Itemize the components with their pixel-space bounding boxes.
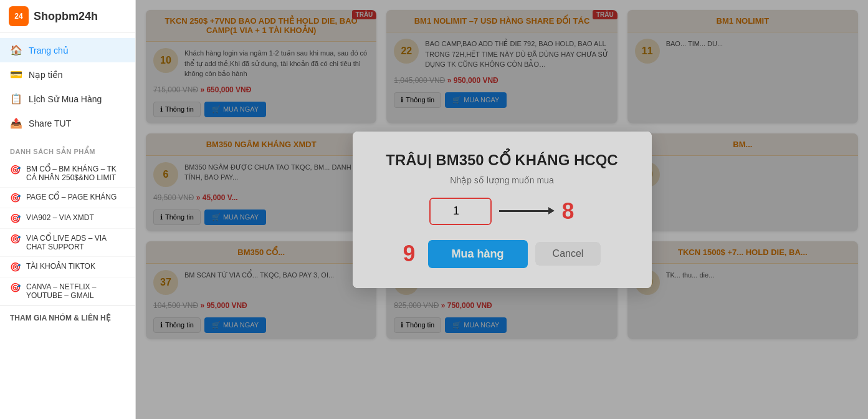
- fb-icon-2: 🎯: [10, 193, 21, 203]
- history-icon: 📋: [10, 93, 22, 105]
- fb-icon-5: 🎯: [10, 262, 21, 272]
- fb-icon-6: 🎯: [10, 282, 21, 292]
- sidebar-product-label: BM CỔ – BM KHÁNG – TK CÁ NHÂN 250$&NO LI…: [26, 165, 128, 182]
- sidebar-nav: 🏠 Trang chủ 💳 Nạp tiền 📋 Lịch Sử Mua Hàn…: [0, 33, 135, 140]
- main-content: TKCN 250$ +7VND BAO ADD THẺ HOLD DIE, BA…: [136, 0, 868, 419]
- fb-icon-4: 🎯: [10, 234, 21, 244]
- modal-arrow-number: 8: [561, 198, 574, 224]
- sidebar-product-via-co-live[interactable]: 🎯 VIA CỔ LIVE ADS – VIA CHAT SUPPORT: [0, 229, 135, 257]
- modal-overlay: TRÂU| BM350 CỔ KHÁNG HCQC Nhập số lượng …: [136, 0, 868, 419]
- home-icon: 🏠: [10, 44, 22, 56]
- fb-icon: 🎯: [10, 165, 21, 175]
- sidebar-item-label: Share TUT: [29, 118, 71, 128]
- products-section-title: DANH SÁCH SẢN PHẨM: [0, 140, 135, 160]
- sidebar-product-via902[interactable]: 🎯 VIA902 – VIA XMDT: [0, 208, 135, 229]
- sidebar: 24 Shopbm24h 🏠 Trang chủ 💳 Nạp tiền 📋 Lị…: [0, 0, 136, 419]
- logo-icon: 24: [9, 6, 29, 26]
- sidebar-product-label: VIA CỔ LIVE ADS – VIA CHAT SUPPORT: [26, 234, 128, 251]
- cancel-button[interactable]: Cancel: [535, 242, 601, 266]
- logo: 24 Shopbm24h: [0, 0, 135, 33]
- sidebar-product-canva[interactable]: 🎯 CANVA – NETFLIX – YOUTUBE – GMAIL: [0, 277, 135, 306]
- sidebar-item-label: Nạp tiền: [29, 70, 63, 80]
- sidebar-product-tiktok[interactable]: 🎯 TÀI KHOẢN TIKTOK: [0, 257, 135, 277]
- fb-icon-3: 🎯: [10, 213, 21, 223]
- modal-subtitle: Nhập số lượng muốn mua: [378, 175, 627, 185]
- sidebar-item-trang-chu[interactable]: 🏠 Trang chủ: [0, 38, 135, 62]
- modal-title: TRÂU| BM350 CỔ KHÁNG HCQC: [378, 152, 627, 169]
- sidebar-product-label: TÀI KHOẢN TIKTOK: [26, 262, 95, 271]
- sidebar-product-label: VIA902 – VIA XMDT: [26, 213, 94, 222]
- sidebar-product-page-co[interactable]: 🎯 PAGE CỔ – PAGE KHÁNG: [0, 188, 135, 208]
- modal-btn-row: 9 Mua hàng Cancel: [378, 240, 627, 268]
- sidebar-item-label: Trang chủ: [29, 46, 69, 55]
- modal-input-row: 8: [378, 198, 627, 225]
- sidebar-item-lich-su[interactable]: 📋 Lịch Sử Mua Hàng: [0, 87, 135, 111]
- share-icon: 📤: [10, 117, 22, 129]
- logo-text: Shopbm24h: [34, 10, 98, 23]
- sidebar-product-bm-co[interactable]: 🎯 BM CỔ – BM KHÁNG – TK CÁ NHÂN 250$&NO …: [0, 160, 135, 188]
- modal-box: TRÂU| BM350 CỔ KHÁNG HCQC Nhập số lượng …: [353, 132, 652, 288]
- sidebar-item-nap-tien[interactable]: 💳 Nạp tiền: [0, 62, 135, 87]
- sidebar-footer: THAM GIA NHÓM & LIÊN HỆ: [0, 306, 135, 330]
- sidebar-item-label: Lịch Sử Mua Hàng: [29, 94, 102, 104]
- quantity-input[interactable]: [429, 198, 492, 225]
- modal-arrow: [499, 210, 549, 212]
- modal-num-label: 9: [403, 241, 416, 267]
- sidebar-product-label: PAGE CỔ – PAGE KHÁNG: [26, 193, 117, 201]
- money-icon: 💳: [10, 69, 22, 80]
- sidebar-product-label: CANVA – NETFLIX – YOUTUBE – GMAIL: [26, 282, 128, 300]
- sidebar-item-share-tut[interactable]: 📤 Share TUT: [0, 111, 135, 135]
- buy-now-button[interactable]: Mua hàng: [428, 240, 528, 268]
